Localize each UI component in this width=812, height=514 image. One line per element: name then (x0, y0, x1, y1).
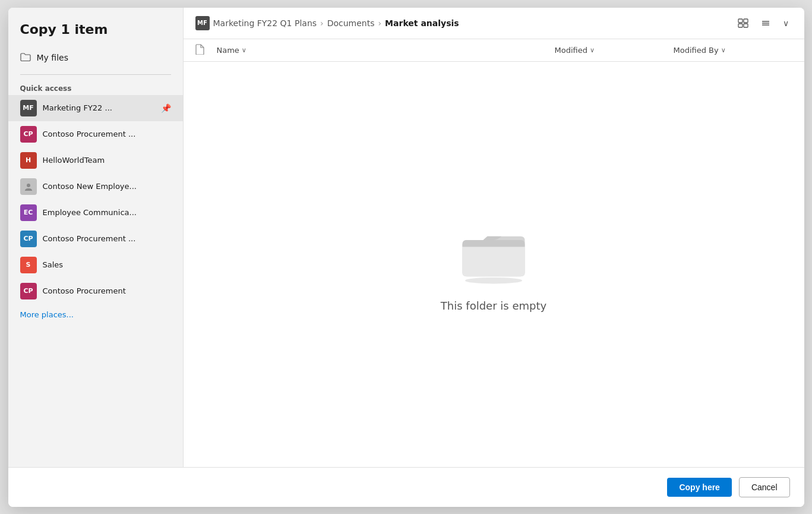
right-panel: MF Marketing FY22 Q1 Plans › Documents ›… (184, 8, 804, 467)
quick-access-item-contoso-proc-2[interactable]: CPContoso Procurement ... (8, 226, 183, 252)
col-modifiedby-header[interactable]: Modified By ∨ (674, 46, 792, 55)
copy-dialog: Copy 1 item My files Quick access MFMark… (8, 8, 804, 507)
my-files-label: My files (37, 53, 68, 62)
breadcrumb-bar: MF Marketing FY22 Q1 Plans › Documents ›… (184, 8, 804, 39)
col-modified-header[interactable]: Modified ∨ (555, 46, 674, 55)
site-name-sales: Sales (43, 260, 171, 269)
quick-access-item-sales[interactable]: SSales (8, 252, 183, 278)
more-places-link[interactable]: More places... (8, 304, 183, 325)
view-toggle-btn[interactable] (734, 16, 752, 30)
divider-1 (20, 74, 171, 75)
svg-point-0 (27, 184, 30, 187)
copy-here-button[interactable]: Copy here (667, 478, 731, 497)
site-avatar-contoso-proc-2: CP (20, 231, 37, 247)
left-panel: Copy 1 item My files Quick access MFMark… (8, 8, 184, 467)
svg-rect-2 (744, 19, 748, 23)
modified-sort-arrow: ∨ (590, 46, 595, 54)
folder-icon (20, 52, 31, 64)
quick-access-item-marketing[interactable]: MFMarketing FY22 ...📌 (8, 95, 183, 121)
sort-expand-btn[interactable]: ∨ (779, 16, 792, 30)
site-name-contoso-proc-2: Contoso Procurement ... (43, 234, 171, 243)
svg-rect-4 (744, 24, 748, 27)
quick-access-item-contoso-proc-3[interactable]: CPContoso Procurement (8, 278, 183, 304)
modifiedby-sort-arrow: ∨ (721, 46, 726, 54)
breadcrumb-seg1[interactable]: Documents (327, 18, 375, 28)
site-avatar-contoso-new (20, 178, 37, 195)
quick-access-list: MFMarketing FY22 ...📌CPContoso Procureme… (8, 95, 183, 304)
breadcrumb-current: Market analysis (385, 18, 459, 28)
cancel-button[interactable]: Cancel (739, 477, 790, 497)
col-name-header[interactable]: Name ∨ (217, 46, 555, 55)
quick-access-item-employee-comm[interactable]: ECEmployee Communica... (8, 200, 183, 226)
more-options-btn[interactable] (757, 16, 775, 30)
svg-rect-1 (738, 19, 743, 23)
col-icon (195, 44, 217, 56)
site-name-contoso-proc-3: Contoso Procurement (43, 286, 171, 295)
site-avatar-helloworldteam: H (20, 152, 37, 169)
site-name-employee-comm: Employee Communica... (43, 208, 171, 217)
quick-access-item-contoso-new[interactable]: Contoso New Employe... (8, 174, 183, 200)
site-name-marketing: Marketing FY22 ... (43, 103, 155, 112)
quick-access-item-helloworldteam[interactable]: HHelloWorldTeam (8, 147, 183, 174)
breadcrumb-sep-1: › (320, 18, 324, 28)
empty-folder-text: This folder is empty (441, 299, 546, 312)
site-avatar-contoso-proc-3: CP (20, 283, 37, 299)
site-avatar-contoso-proc-1: CP (20, 126, 37, 143)
quick-access-item-contoso-proc-1[interactable]: CPContoso Procurement ... (8, 121, 183, 147)
svg-point-8 (465, 278, 522, 284)
breadcrumb-avatar: MF (195, 16, 210, 30)
my-files-item[interactable]: My files (8, 46, 183, 70)
dialog-title: Copy 1 item (8, 8, 183, 46)
name-sort-arrow: ∨ (242, 46, 247, 54)
right-content: This folder is empty (184, 62, 804, 467)
empty-folder-illustration (452, 216, 535, 288)
site-name-helloworldteam: HelloWorldTeam (43, 156, 171, 165)
quick-access-label: Quick access (8, 80, 183, 95)
site-name-contoso-new: Contoso New Employe... (43, 182, 171, 191)
empty-state: This folder is empty (184, 62, 804, 467)
svg-rect-3 (738, 24, 743, 27)
dialog-footer: Copy here Cancel (8, 467, 804, 507)
breadcrumb-site[interactable]: Marketing FY22 Q1 Plans (213, 18, 317, 28)
site-name-contoso-proc-1: Contoso Procurement ... (43, 130, 171, 138)
site-avatar-employee-comm: EC (20, 204, 37, 221)
site-avatar-sales: S (20, 257, 37, 273)
breadcrumb-sep-2: › (378, 18, 382, 28)
breadcrumb-actions: ∨ (734, 16, 792, 30)
dialog-body: Copy 1 item My files Quick access MFMark… (8, 8, 804, 467)
table-header: Name ∨ Modified ∨ Modified By ∨ (184, 39, 804, 62)
site-avatar-marketing: MF (20, 100, 37, 116)
pin-icon: 📌 (161, 103, 171, 113)
